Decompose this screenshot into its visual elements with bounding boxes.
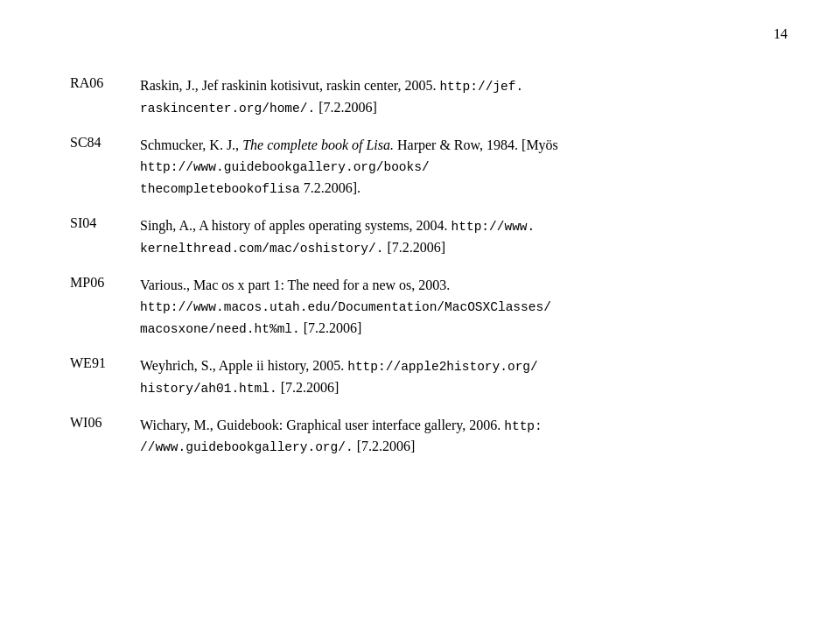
ref-content-mp06: Various., Mac os x part 1: The need for …: [140, 275, 788, 340]
ref-url-si04: http://www.kernelthread.com/mac/oshistor…: [140, 220, 535, 256]
ref-content-we91: Weyhrich, S., Apple ii history, 2005. ht…: [140, 355, 788, 399]
ref-key-wi06: WI06: [70, 415, 140, 459]
ref-url-wi06: http://www.guidebookgallery.org/.: [140, 419, 542, 455]
ref-content-sc84: Schmucker, K. J., The complete book of L…: [140, 135, 788, 200]
references-list: RA06 Raskin, J., Jef raskinin kotisivut,…: [70, 60, 788, 474]
ref-key-we91: WE91: [70, 355, 140, 399]
ref-row-mp06: MP06 Various., Mac os x part 1: The need…: [70, 275, 788, 340]
ref-row-sc84: SC84 Schmucker, K. J., The complete book…: [70, 135, 788, 200]
ref-title-sc84: The complete book of Lisa.: [242, 137, 394, 152]
ref-content-ra06: Raskin, J., Jef raskinin kotisivut, rask…: [140, 75, 788, 119]
ref-content-wi06: Wichary, M., Guidebook: Graphical user i…: [140, 415, 788, 459]
ref-url-mp06: http://www.macos.utah.edu/Documentation/…: [140, 300, 551, 336]
page-number: 14: [70, 26, 788, 42]
ref-row-si04: SI04 Singh, A., A history of apples oper…: [70, 215, 788, 259]
ref-row-ra06: RA06 Raskin, J., Jef raskinin kotisivut,…: [70, 75, 788, 119]
ref-row-wi06: WI06 Wichary, M., Guidebook: Graphical u…: [70, 415, 788, 459]
ref-url-sc84: http://www.guidebookgallery.org/books/th…: [140, 160, 430, 196]
ref-url-ra06: http://jef.raskincenter.org/home/.: [140, 80, 523, 116]
ref-key-sc84: SC84: [70, 135, 140, 200]
ref-key-ra06: RA06: [70, 75, 140, 119]
ref-row-we91: WE91 Weyhrich, S., Apple ii history, 200…: [70, 355, 788, 399]
ref-content-si04: Singh, A., A history of apples operating…: [140, 215, 788, 259]
ref-key-si04: SI04: [70, 215, 140, 259]
ref-key-mp06: MP06: [70, 275, 140, 340]
ref-url-we91: http://apple2history.org/history/ah01.ht…: [140, 360, 538, 396]
